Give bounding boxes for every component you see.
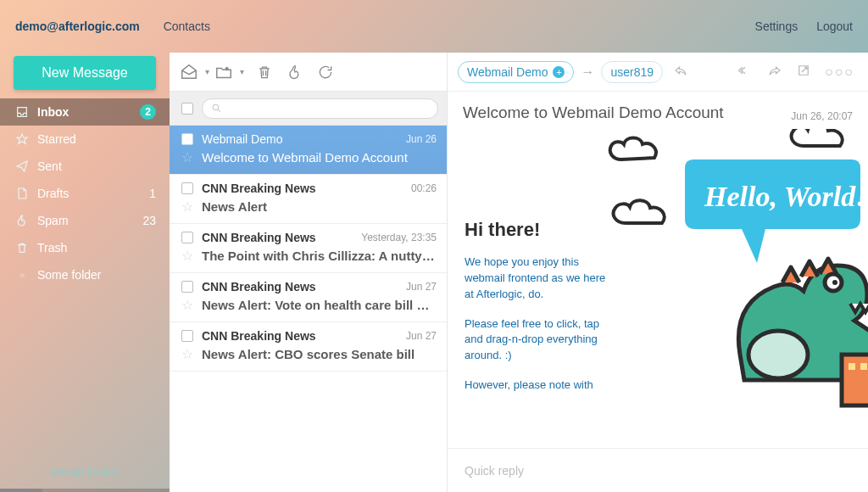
svg-point-0 <box>213 104 218 110</box>
message-item[interactable]: Webmail DemoJun 26☆Welcome to Webmail De… <box>170 126 447 175</box>
inbox-icon <box>14 105 31 119</box>
refresh-icon <box>317 63 334 81</box>
star-icon[interactable]: ☆ <box>181 149 193 165</box>
list-toolbar: ▾ ▾ <box>170 53 447 92</box>
recipient-chip-label: user819 <box>610 65 654 79</box>
new-message-button[interactable]: New Message <box>14 56 156 90</box>
recipient-chip[interactable]: user819 <box>601 61 663 83</box>
message-title: Welcome to Webmail Demo Account <box>463 103 724 122</box>
sidebar-item-some-folder[interactable]: ○Some folder <box>0 261 170 288</box>
trash-icon <box>256 63 273 81</box>
message-subject: Welcome to Webmail Demo Account <box>202 150 437 165</box>
message-subject: News Alert <box>202 199 437 214</box>
message-list-panel: ▾ ▾ Webmail DemoJun 26☆Welcome to Webmai… <box>170 53 448 492</box>
message-checkbox[interactable] <box>181 182 193 194</box>
send-icon <box>14 159 31 173</box>
search-row <box>170 92 447 126</box>
star-icon[interactable]: ☆ <box>181 297 193 313</box>
reader-panel: Webmail Demo + → user819 ○○○ Welcome to … <box>448 53 868 492</box>
message-subject: News Alert: CBO scores Senate bill <box>202 347 437 361</box>
message-items: Webmail DemoJun 26☆Welcome to Webmail De… <box>170 126 447 492</box>
message-item[interactable]: CNN Breaking NewsYesterday, 23:35☆The Po… <box>170 224 447 273</box>
folder-arrow-icon <box>214 63 233 81</box>
message-date: 00:26 <box>411 182 437 194</box>
reader-title-row: Welcome to Webmail Demo Account Jun 26, … <box>448 92 868 129</box>
star-icon[interactable]: ☆ <box>181 346 193 362</box>
to-arrow-icon: → <box>581 64 594 80</box>
star-icon <box>14 132 31 146</box>
manage-folders-link[interactable]: Manage Folders <box>0 461 170 489</box>
bubble-text: Hello, World! <box>704 181 866 212</box>
forward-button[interactable] <box>764 59 786 85</box>
sidebar-scrollbar[interactable] <box>0 489 170 492</box>
select-all-checkbox[interactable] <box>181 103 193 115</box>
sidebar-item-sent[interactable]: Sent <box>0 153 170 180</box>
mark-read-menu[interactable]: ▾ <box>180 63 214 81</box>
folder-label: Some folder <box>37 268 156 282</box>
message-from: CNN Breaking News <box>202 231 353 244</box>
message-date: Jun 27 <box>406 330 437 342</box>
move-to-menu[interactable]: ▾ <box>214 63 249 81</box>
message-item[interactable]: CNN Breaking NewsJun 27☆News Alert: CBO … <box>170 322 447 372</box>
folder-count: 23 <box>142 214 156 227</box>
message-item[interactable]: CNN Breaking NewsJun 27☆News Alert: Vote… <box>170 273 447 322</box>
sidebar-item-spam[interactable]: Spam23 <box>0 207 170 234</box>
dot-icon: ○ <box>14 271 31 280</box>
sender-chip-label: Webmail Demo <box>467 65 548 79</box>
folder-label: Drafts <box>37 187 149 200</box>
unread-badge: 2 <box>140 104 156 120</box>
folder-list: Inbox2StarredSentDrafts1Spam23Trash○Some… <box>0 98 170 461</box>
draft-icon <box>14 187 31 200</box>
folder-label: Trash <box>37 241 156 254</box>
sidebar-item-inbox[interactable]: Inbox2 <box>0 98 170 126</box>
logout-link[interactable]: Logout <box>816 20 853 33</box>
star-icon[interactable]: ☆ <box>181 248 193 264</box>
reply-all-button[interactable] <box>733 59 757 85</box>
body-paragraph: We hope you enjoy this webmail frontend … <box>465 254 617 303</box>
contacts-link[interactable]: Contacts <box>164 20 210 33</box>
greeting-heading: Hi there! <box>465 219 868 241</box>
sidebar: New Message Inbox2StarredSentDrafts1Spam… <box>0 53 170 492</box>
message-subject: The Point with Chris Cillizza: A nutty d… <box>202 249 437 263</box>
quick-reply-input[interactable]: Quick reply <box>448 448 868 492</box>
body-paragraph: Please feel free to click, tap and drag-… <box>465 316 617 365</box>
folder-count: 1 <box>149 187 156 200</box>
main-area: New Message Inbox2StarredSentDrafts1Spam… <box>0 53 868 492</box>
folder-label: Sent <box>37 159 156 173</box>
message-date: Jun 26 <box>406 133 437 145</box>
message-checkbox[interactable] <box>181 232 193 243</box>
star-icon[interactable]: ☆ <box>181 198 193 215</box>
message-item[interactable]: CNN Breaking News00:26☆News Alert <box>170 175 447 224</box>
folder-label: Starred <box>37 132 156 146</box>
delete-button[interactable] <box>249 63 280 81</box>
settings-link[interactable]: Settings <box>755 20 798 33</box>
more-menu-button[interactable]: ○○○ <box>821 61 858 83</box>
sender-chip[interactable]: Webmail Demo + <box>458 61 574 83</box>
message-from: CNN Breaking News <box>202 280 398 294</box>
spam-button[interactable] <box>280 63 310 81</box>
folder-label: Spam <box>37 214 142 227</box>
refresh-button[interactable] <box>310 63 341 81</box>
message-checkbox[interactable] <box>181 133 193 145</box>
add-contact-icon[interactable]: + <box>553 66 565 78</box>
message-checkbox[interactable] <box>181 330 193 342</box>
sidebar-item-drafts[interactable]: Drafts1 <box>0 180 170 207</box>
top-bar: demo@afterlogic.com Contacts Settings Lo… <box>0 0 868 53</box>
account-email-link[interactable]: demo@afterlogic.com <box>15 20 140 33</box>
sidebar-item-trash[interactable]: Trash <box>0 234 170 261</box>
message-date: Jun 27 <box>406 281 437 293</box>
message-body: Hello, World! <box>448 129 868 448</box>
body-paragraph: However, please note with <box>465 377 617 394</box>
reader-header: Webmail Demo + → user819 ○○○ <box>448 53 868 92</box>
message-subject: News Alert: Vote on health care bill del… <box>202 298 437 312</box>
message-from: CNN Breaking News <box>202 182 403 195</box>
message-date: Yesterday, 23:35 <box>361 232 437 243</box>
folder-label: Inbox <box>37 105 140 119</box>
flame-icon <box>287 63 303 81</box>
reply-button[interactable] <box>670 59 692 85</box>
message-from: Webmail Demo <box>202 132 398 146</box>
search-input[interactable] <box>202 98 438 119</box>
sidebar-item-starred[interactable]: Starred <box>0 126 170 153</box>
message-checkbox[interactable] <box>181 281 193 293</box>
open-new-window-button[interactable] <box>793 59 815 85</box>
